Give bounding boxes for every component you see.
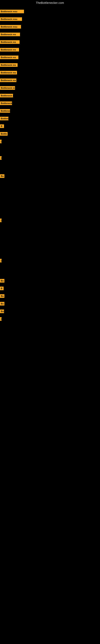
- site-title: TheBottlenecker.com: [0, 0, 100, 5]
- bar-row: Bo: [0, 279, 4, 282]
- bar-row: Bottleneck r: [0, 94, 13, 98]
- bar-row: |: [0, 156, 1, 160]
- bar-row: Bottleneck resu: [0, 17, 22, 21]
- bar-label: |: [0, 140, 1, 143]
- bar-label: Bottleneck resu: [0, 17, 22, 21]
- bar-row: B: [0, 124, 4, 128]
- bar-row: Bottleneck re: [0, 86, 15, 90]
- bar-label: Bo: [0, 294, 4, 298]
- bar-row: Bo: [0, 302, 4, 306]
- bar-label: Bottle: [0, 132, 8, 136]
- bar-row: Bottleneck resu: [0, 25, 21, 28]
- bar-label: B: [0, 286, 3, 290]
- bar-row: B: [0, 286, 3, 290]
- bar-label: Bottleneck res: [0, 71, 17, 74]
- bar-row: Bottle: [0, 132, 8, 136]
- bar-label: |: [0, 218, 1, 222]
- bar-label: |: [0, 317, 1, 321]
- bar-row: Bottleneck res: [0, 78, 16, 82]
- bar-label: Bo: [0, 302, 4, 306]
- bar-label: Bottleneck r: [0, 102, 12, 105]
- bar-label: Bottleneck res: [0, 78, 16, 82]
- bar-label: Bottleneck res: [0, 40, 20, 44]
- bar-label: Bo: [0, 279, 4, 282]
- bar-label: Bo: [0, 174, 4, 178]
- bar-row: Bottleneck res: [0, 56, 18, 59]
- bar-row: Bot: [0, 310, 4, 313]
- bar-label: B: [0, 124, 4, 128]
- bar-label: |: [0, 259, 1, 262]
- bar-label: Bottleneck resu: [0, 10, 24, 13]
- bar-label: Bottleneck resu: [0, 25, 21, 28]
- bar-row: |: [0, 259, 1, 262]
- bar-row: |: [0, 140, 1, 143]
- bar-row: Bottleneck res: [0, 32, 20, 36]
- bar-label: Bottleneck r: [0, 109, 10, 113]
- bar-label: Bot: [0, 310, 4, 313]
- bar-row: Bottlen: [0, 117, 8, 120]
- bar-label: Bottleneck res: [0, 63, 18, 67]
- bar-row: Bottleneck resu: [0, 10, 24, 13]
- bar-label: Bottleneck res: [0, 56, 18, 59]
- bar-label: Bottleneck re: [0, 86, 15, 90]
- bar-label: Bottleneck r: [0, 94, 13, 98]
- bar-row: Bo: [0, 294, 4, 298]
- bar-row: Bottleneck res: [0, 40, 20, 44]
- bar-label: |: [0, 156, 1, 160]
- bar-row: Bottleneck r: [0, 109, 10, 113]
- bar-label: Bottleneck res: [0, 32, 20, 36]
- bar-row: Bottleneck r: [0, 102, 12, 105]
- bar-row: |: [0, 317, 1, 321]
- bar-row: Bottleneck res: [0, 48, 19, 52]
- bar-row: Bottleneck res: [0, 71, 17, 74]
- bar-row: Bottleneck res: [0, 63, 18, 67]
- bar-label: Bottlen: [0, 117, 8, 120]
- bar-label: Bottleneck res: [0, 48, 19, 52]
- bar-row: Bo: [0, 174, 4, 178]
- bar-row: |: [0, 218, 1, 222]
